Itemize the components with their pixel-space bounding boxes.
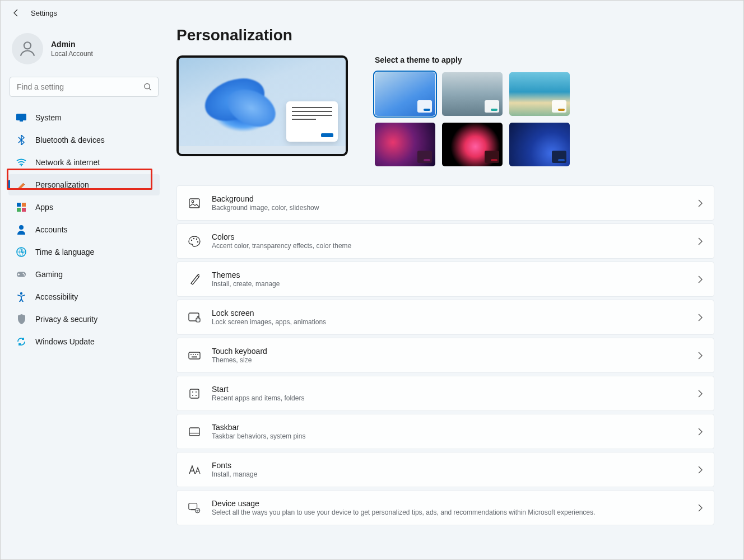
svg-rect-15: [189, 199, 199, 208]
svg-point-1: [145, 83, 150, 88]
card-subtitle: Install, create, manage: [212, 280, 687, 288]
card-themes[interactable]: ThemesInstall, create, manage: [176, 262, 714, 297]
svg-rect-2: [16, 114, 26, 120]
search-input[interactable]: [10, 77, 159, 97]
sidebar-item-gaming[interactable]: Gaming: [8, 264, 160, 285]
card-subtitle: Recent apps and items, folders: [212, 394, 687, 402]
sidebar-item-system[interactable]: System: [8, 107, 160, 128]
svg-point-32: [192, 395, 193, 396]
main-content: Personalization Select a theme to apply: [166, 22, 743, 556]
svg-point-16: [192, 200, 194, 203]
card-device-usage[interactable]: Device usageSelect all the ways you plan…: [176, 490, 714, 525]
svg-point-25: [193, 354, 194, 355]
svg-point-20: [197, 241, 198, 242]
svg-point-27: [197, 354, 198, 355]
svg-rect-8: [22, 208, 26, 212]
sidebar-item-accessibility[interactable]: Accessibility: [8, 286, 160, 307]
svg-rect-7: [17, 208, 21, 212]
sidebar-item-network[interactable]: Network & internet: [8, 152, 160, 173]
sidebar-item-windows-update[interactable]: Windows Update: [8, 331, 160, 352]
svg-rect-6: [22, 203, 26, 207]
card-subtitle: Select all the ways you plan to use your…: [212, 508, 687, 516]
svg-point-12: [23, 273, 24, 274]
svg-rect-5: [17, 203, 21, 207]
card-lock-screen[interactable]: Lock screenLock screen images, apps, ani…: [176, 300, 714, 335]
card-subtitle: Lock screen images, apps, animations: [212, 318, 687, 326]
theme-option-2[interactable]: [442, 72, 503, 116]
card-title: Fonts: [212, 461, 687, 470]
theme-option-5[interactable]: [442, 123, 503, 166]
card-title: Colors: [212, 232, 687, 241]
theme-option-1[interactable]: [375, 72, 435, 116]
page-title: Personalization: [176, 26, 714, 44]
apps-icon: [16, 202, 26, 212]
colors-icon: [188, 236, 201, 247]
sidebar-item-label: Personalization: [35, 180, 89, 189]
chevron-right-icon: [698, 352, 703, 360]
sidebar-item-bluetooth[interactable]: Bluetooth & devices: [8, 129, 160, 151]
sidebar-item-personalization[interactable]: Personalization: [8, 174, 160, 195]
window-title: Settings: [31, 9, 57, 17]
chevron-right-icon: [698, 390, 703, 398]
card-subtitle: Background image, color, slideshow: [212, 204, 687, 212]
card-background[interactable]: BackgroundBackground image, color, slide…: [176, 185, 714, 221]
theme-option-6[interactable]: [509, 123, 570, 166]
start-icon: [188, 389, 201, 399]
card-start[interactable]: StartRecent apps and items, folders: [176, 376, 714, 411]
svg-rect-28: [192, 356, 197, 357]
lock-screen-icon: [188, 312, 201, 323]
svg-point-13: [24, 274, 25, 276]
sidebar-item-label: Apps: [35, 203, 53, 212]
chevron-right-icon: [698, 314, 703, 321]
card-title: Background: [212, 194, 687, 203]
sidebar-item-privacy[interactable]: Privacy & security: [8, 309, 160, 330]
svg-point-33: [196, 395, 197, 396]
sidebar-item-apps[interactable]: Apps: [8, 197, 160, 218]
sidebar-item-accounts[interactable]: Accounts: [8, 219, 160, 240]
profile-block[interactable]: Admin Local Account: [8, 29, 160, 74]
privacy-icon: [16, 314, 26, 324]
svg-point-14: [20, 292, 22, 295]
card-title: Lock screen: [212, 309, 687, 318]
card-fonts[interactable]: FontsInstall, manage: [176, 452, 714, 487]
card-taskbar[interactable]: TaskbarTaskbar behaviors, system pins: [176, 414, 714, 449]
sidebar-item-label: Privacy & security: [35, 315, 97, 324]
card-subtitle: Themes, size: [212, 356, 687, 364]
sidebar-item-label: Time & language: [35, 248, 94, 256]
theme-option-4[interactable]: [375, 123, 435, 166]
sidebar-item-label: Network & internet: [35, 158, 100, 167]
touch-keyboard-icon: [188, 352, 201, 360]
svg-point-9: [19, 225, 24, 230]
svg-point-17: [191, 239, 192, 240]
back-button[interactable]: [12, 8, 21, 17]
card-title: Taskbar: [212, 423, 687, 432]
chevron-right-icon: [698, 199, 703, 207]
device-usage-icon: [188, 502, 201, 514]
sidebar-item-time-language[interactable]: Time & language: [8, 241, 160, 263]
chevron-right-icon: [698, 504, 703, 512]
windows-update-icon: [16, 337, 26, 347]
system-icon: [16, 113, 26, 123]
card-title: Touch keyboard: [212, 347, 687, 356]
chevron-right-icon: [698, 428, 703, 436]
svg-rect-22: [196, 318, 200, 322]
avatar: [12, 33, 43, 64]
card-touch-keyboard[interactable]: Touch keyboardThemes, size: [176, 338, 714, 373]
svg-point-26: [195, 354, 196, 355]
chevron-right-icon: [698, 276, 703, 283]
theme-option-3[interactable]: [509, 72, 570, 116]
sidebar-item-label: Windows Update: [35, 337, 95, 346]
gaming-icon: [16, 269, 26, 279]
profile-name: Admin: [51, 40, 93, 49]
network-icon: [16, 157, 26, 167]
svg-point-4: [21, 165, 22, 166]
sidebar-item-label: Bluetooth & devices: [35, 136, 105, 144]
card-subtitle: Install, manage: [212, 470, 687, 478]
sidebar-item-label: System: [35, 113, 62, 122]
card-colors[interactable]: ColorsAccent color, transparency effects…: [176, 223, 714, 259]
accounts-icon: [16, 225, 26, 235]
chevron-right-icon: [698, 466, 703, 474]
card-title: Start: [212, 385, 687, 394]
personalization-icon: [16, 180, 26, 190]
svg-rect-3: [20, 120, 23, 122]
